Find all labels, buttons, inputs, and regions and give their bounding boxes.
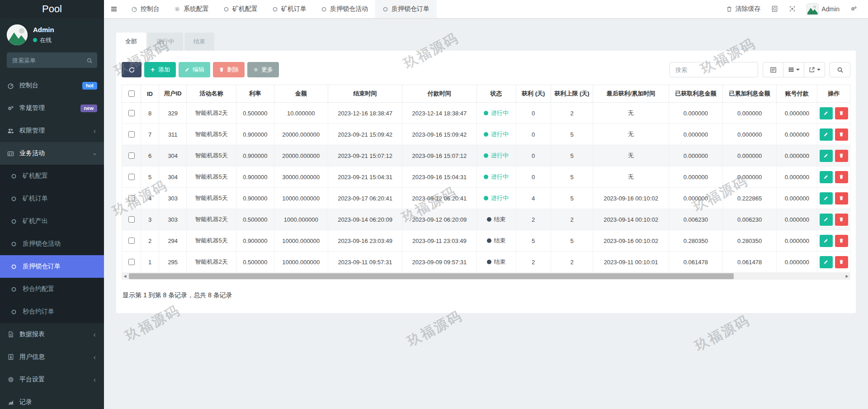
top-navbar: 控制台 系统配置 矿机配置 矿机订单 质押锁仓活动 质押锁仓订单 清除缓存 <box>104 0 868 18</box>
horizontal-scrollbar[interactable]: ◀ ▶ <box>122 273 850 280</box>
navtab-staking-orders[interactable]: 质押锁仓订单 <box>375 0 437 18</box>
circle-o-icon <box>10 219 18 224</box>
table-row: 3303智能机器2天0.5000001000.0000002023-09-14 … <box>122 209 850 230</box>
table-search-input[interactable] <box>670 62 758 77</box>
cell-rate: 0.500000 <box>236 252 274 273</box>
select-all-checkbox[interactable] <box>128 90 135 97</box>
sidebar-search-input[interactable] <box>7 52 97 68</box>
scroll-left-arrow[interactable]: ◀ <box>122 273 128 280</box>
sidebar-item-staking-activity[interactable]: 质押锁仓活动 <box>0 233 104 255</box>
row-checkbox[interactable] <box>128 195 135 201</box>
delete-button[interactable]: 删除 <box>213 62 245 77</box>
edit-row-button[interactable] <box>820 107 833 119</box>
row-checkbox[interactable] <box>128 152 135 159</box>
refresh-button[interactable] <box>122 62 142 77</box>
cell-earned_interest: 0.000000 <box>669 103 722 124</box>
cell-accumulated_interest: 0.006230 <box>723 209 777 230</box>
add-button[interactable]: 添加 <box>144 62 176 77</box>
search-toggle-button[interactable] <box>830 62 850 77</box>
edit-row-button[interactable] <box>820 235 833 247</box>
sidebar-item-miner-config[interactable]: 矿机配置 <box>0 165 104 187</box>
columns-button[interactable] <box>783 62 804 77</box>
navtab-miner-orders[interactable]: 矿机订单 <box>265 0 314 18</box>
cell-end_time: 2023-12-16 18:38:47 <box>328 103 402 124</box>
new-badge: new <box>80 105 97 112</box>
row-checkbox[interactable] <box>128 131 135 138</box>
row-checkbox[interactable] <box>128 216 135 223</box>
sidebar-item-dashboard[interactable]: 控制台 hot <box>0 74 104 97</box>
col-last_profit_time: 最后获利/累加时间 <box>593 85 669 103</box>
detail-view-button[interactable] <box>763 62 783 77</box>
delete-row-button[interactable] <box>835 235 848 247</box>
export-button[interactable] <box>804 62 825 77</box>
sidebar-item-business-activity[interactable]: 业务活动 <box>0 142 104 165</box>
edit-row-button[interactable] <box>820 171 833 183</box>
circle-o-icon <box>321 5 327 13</box>
delete-row-button[interactable] <box>835 256 848 268</box>
chevron-left-icon <box>92 353 97 361</box>
user-menu[interactable]: Admin <box>802 0 844 18</box>
user-meta: Admin 在线 <box>33 26 54 44</box>
table-row: 1295智能机器2天0.50000010000.0000002023-09-11… <box>122 252 850 273</box>
refresh-page-button[interactable] <box>767 0 783 18</box>
cell-account_payment: 0.000000 <box>777 166 817 188</box>
cell-last_profit_time: 无 <box>593 103 669 124</box>
delete-row-button[interactable] <box>835 192 848 204</box>
edit-row-button[interactable] <box>820 150 833 162</box>
edit-button[interactable]: 编辑 <box>179 62 210 77</box>
cell-amount: 30000.000000 <box>274 166 328 188</box>
navtab-system-config[interactable]: 系统配置 <box>167 0 216 18</box>
row-checkbox[interactable] <box>128 238 135 244</box>
user-status: 在线 <box>33 36 54 44</box>
chevron-left-icon <box>92 376 97 383</box>
sidebar-item-user-info[interactable]: 用户信息 <box>0 346 104 368</box>
fullscreen-button[interactable] <box>784 0 800 18</box>
navtab-staking-activity[interactable]: 质押锁仓活动 <box>314 0 375 18</box>
sidebar-item-logs[interactable]: 记录 <box>0 391 104 409</box>
sidebar-item-miner-output[interactable]: 矿机产出 <box>0 210 104 233</box>
sidebar-item-staking-orders[interactable]: 质押锁仓订单 <box>0 255 104 278</box>
navtab-miner-config[interactable]: 矿机配置 <box>216 0 265 18</box>
cell-account_payment: 0.000000 <box>777 124 817 145</box>
sidebar-item-seconds-contract-config[interactable]: 秒合约配置 <box>0 278 104 300</box>
file-icon <box>7 331 14 338</box>
cell-profit_days: 0 <box>516 124 551 145</box>
row-checkbox[interactable] <box>128 110 135 116</box>
delete-row-button[interactable] <box>835 171 848 183</box>
users-icon <box>7 128 14 134</box>
row-checkbox[interactable] <box>128 259 135 265</box>
sidebar-item-seconds-contract-orders[interactable]: 秒合约订单 <box>0 300 104 323</box>
menu-toggle-button[interactable] <box>104 0 124 18</box>
circle-o-icon <box>10 173 18 179</box>
delete-row-button[interactable] <box>835 128 848 141</box>
more-button[interactable]: 更多 <box>247 62 279 77</box>
scrollbar-thumb[interactable] <box>129 273 734 279</box>
edit-row-button[interactable] <box>820 214 833 226</box>
delete-row-button[interactable] <box>835 214 848 226</box>
settings-button[interactable] <box>846 0 862 18</box>
sidebar-item-permission-management[interactable]: 权限管理 <box>0 119 104 142</box>
edit-row-button[interactable] <box>820 192 833 204</box>
sidebar-item-label: 记录 <box>19 398 32 406</box>
clear-cache-button[interactable]: 清除缓存 <box>722 0 765 18</box>
dashboard-icon <box>7 82 14 89</box>
edit-row-button[interactable] <box>820 128 833 141</box>
delete-row-button[interactable] <box>835 107 848 119</box>
sidebar-item-miner-orders[interactable]: 矿机订单 <box>0 187 104 210</box>
tab-ended[interactable]: 结束 <box>184 33 214 51</box>
status-dot-icon <box>484 153 488 158</box>
tab-all[interactable]: 全部 <box>116 33 146 51</box>
cell-rate: 0.500000 <box>236 103 274 124</box>
delete-row-button[interactable] <box>835 150 848 162</box>
edit-row-button[interactable] <box>820 256 833 268</box>
sidebar-item-platform-settings[interactable]: 平台设置 <box>0 368 104 391</box>
sidebar-item-data-reports[interactable]: 数据报表 <box>0 323 104 346</box>
cell-account_payment: 0.000000 <box>777 209 817 230</box>
status-dot-icon <box>487 217 491 222</box>
tab-in-progress[interactable]: 进行中 <box>147 33 183 51</box>
row-checkbox[interactable] <box>128 174 135 180</box>
navtab-dashboard[interactable]: 控制台 <box>124 0 167 18</box>
scroll-right-arrow[interactable]: ▶ <box>844 273 850 280</box>
search-icon <box>86 57 93 65</box>
sidebar-item-general-management[interactable]: 常规管理 new <box>0 97 104 119</box>
